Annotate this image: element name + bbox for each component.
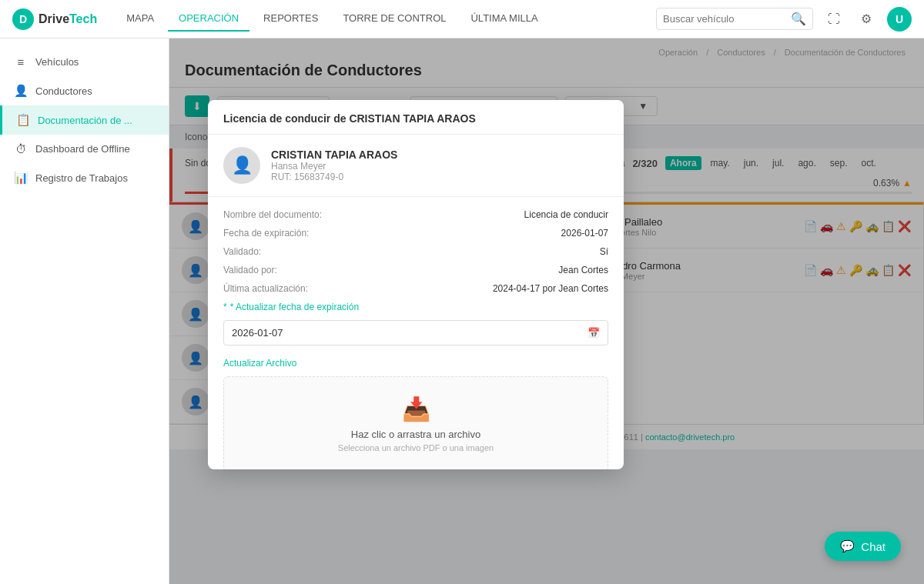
field-value-nombre: Licencia de conducir (524, 209, 608, 220)
upload-area[interactable]: 📥 Haz clic o arrastra un archivo Selecci… (223, 376, 608, 469)
sidebar-item-vehiculos[interactable]: ≡ Vehículos (0, 48, 169, 76)
main-layout: ≡ Vehículos 👤 Conductores 📋 Documentació… (0, 38, 924, 584)
nav-mapa[interactable]: MAPA (116, 6, 165, 32)
update-file-label: Actualizar Archivo (223, 358, 296, 369)
content-area: Operación / Conductores / Documentación … (169, 38, 924, 584)
date-input[interactable]: 2026-01-07 📅 (223, 320, 608, 345)
chat-label: Chat (861, 540, 886, 553)
modal-driver-info: 👤 CRISTIAN TAPIA ARAOS Hansa Meyer RUT: … (208, 135, 624, 197)
modal-title: Licencia de conducir de CRISTIAN TAPIA A… (208, 100, 624, 135)
field-value-validado-por: Jean Cortes (558, 265, 608, 275)
nav-icons: ⛶ ⚙ U (822, 7, 912, 32)
expand-icon[interactable]: ⛶ (822, 8, 845, 31)
modal-overlay: Licencia de conducir de CRISTIAN TAPIA A… (169, 38, 924, 584)
settings-icon[interactable]: ⚙ (855, 8, 878, 31)
sidebar-item-label: Dashboard de Offline (35, 143, 130, 155)
nav-operacion[interactable]: OPERACIÓN (168, 6, 249, 32)
chart-icon: 📊 (14, 171, 28, 185)
sidebar-item-label: Conductores (35, 85, 92, 97)
date-value: 2026-01-07 (232, 327, 283, 339)
person-icon: 👤 (14, 84, 28, 98)
sidebar-item-label: Registro de Trabajos (35, 172, 128, 184)
logo-icon: D (12, 8, 34, 30)
update-file-title: Actualizar Archivo (223, 358, 608, 369)
sidebar-item-dashboard[interactable]: ⏱ Dashboard de Offline (0, 135, 169, 163)
modal-driver-company: Hansa Meyer (271, 161, 397, 172)
field-label-nombre: Nombre del documento: (223, 209, 322, 220)
chat-button[interactable]: 💬 Chat (825, 532, 901, 561)
update-date-label: * Actualizar fecha de expiración (230, 302, 359, 312)
upload-sub: Selecciona un archivo PDF o una imagen (236, 443, 595, 452)
sidebar: ≡ Vehículos 👤 Conductores 📋 Documentació… (0, 38, 169, 584)
sidebar-item-registro[interactable]: 📊 Registro de Trabajos (0, 163, 169, 192)
modal-field-nombre: Nombre del documento: Licencia de conduc… (223, 209, 608, 220)
calendar-icon: 📅 (588, 327, 600, 339)
modal-driver-details: CRISTIAN TAPIA ARAOS Hansa Meyer RUT: 15… (271, 149, 397, 182)
document-icon: 📋 (16, 113, 30, 127)
nav-reportes[interactable]: REPORTES (253, 6, 329, 32)
upload-icon: 📥 (236, 395, 595, 422)
sidebar-item-label: Vehículos (35, 56, 79, 68)
modal-driver-name: CRISTIAN TAPIA ARAOS (271, 149, 397, 161)
logo-text: DriveTech (38, 12, 97, 26)
modal-avatar: 👤 (223, 147, 260, 184)
logo[interactable]: D DriveTech (12, 8, 97, 30)
sidebar-item-label: Documentación de ... (38, 115, 132, 126)
field-label-fecha: Fecha de expiración: (223, 228, 309, 239)
sidebar-item-documentacion[interactable]: 📋 Documentación de ... (0, 105, 169, 135)
clock-icon: ⏱ (14, 142, 28, 155)
chat-icon: 💬 (840, 539, 855, 553)
vehicle-search[interactable]: 🔍 (656, 8, 813, 30)
modal-field-fecha: Fecha de expiración: 2026-01-07 (223, 228, 608, 239)
field-label-validado: Validado: (223, 246, 261, 257)
modal-field-ultima: Última actualización: 2024-04-17 por Jea… (223, 283, 608, 294)
upload-text: Haz clic o arrastra un archivo (236, 429, 595, 440)
search-icon: 🔍 (791, 12, 806, 26)
modal-field-validado-por: Validado por: Jean Cortes (223, 265, 608, 275)
modal-fields: Nombre del documento: Licencia de conduc… (208, 197, 624, 469)
sidebar-item-conductores[interactable]: 👤 Conductores (0, 76, 169, 105)
field-value-validado: Sí (600, 246, 608, 257)
nav-links: MAPA OPERACIÓN REPORTES TORRE DE CONTROL… (116, 6, 656, 32)
update-date-title: * * Actualizar fecha de expiración (223, 302, 608, 312)
modal-licencia: Licencia de conducir de CRISTIAN TAPIA A… (208, 100, 624, 469)
field-value-fecha: 2026-01-07 (561, 228, 608, 239)
field-value-ultima: 2024-04-17 por Jean Cortes (493, 283, 608, 294)
top-navigation: D DriveTech MAPA OPERACIÓN REPORTES TORR… (0, 0, 924, 38)
vehicle-search-input[interactable] (663, 13, 786, 25)
menu-icon: ≡ (14, 55, 28, 68)
user-avatar[interactable]: U (887, 7, 912, 32)
modal-driver-rut: RUT: 15683749-0 (271, 172, 397, 182)
field-label-validado-por: Validado por: (223, 265, 277, 275)
modal-field-validado: Validado: Sí (223, 246, 608, 257)
nav-torre[interactable]: TORRE DE CONTROL (332, 6, 457, 32)
nav-ultima[interactable]: ÚLTIMA MILLA (460, 6, 548, 32)
field-label-ultima: Última actualización: (223, 283, 308, 294)
